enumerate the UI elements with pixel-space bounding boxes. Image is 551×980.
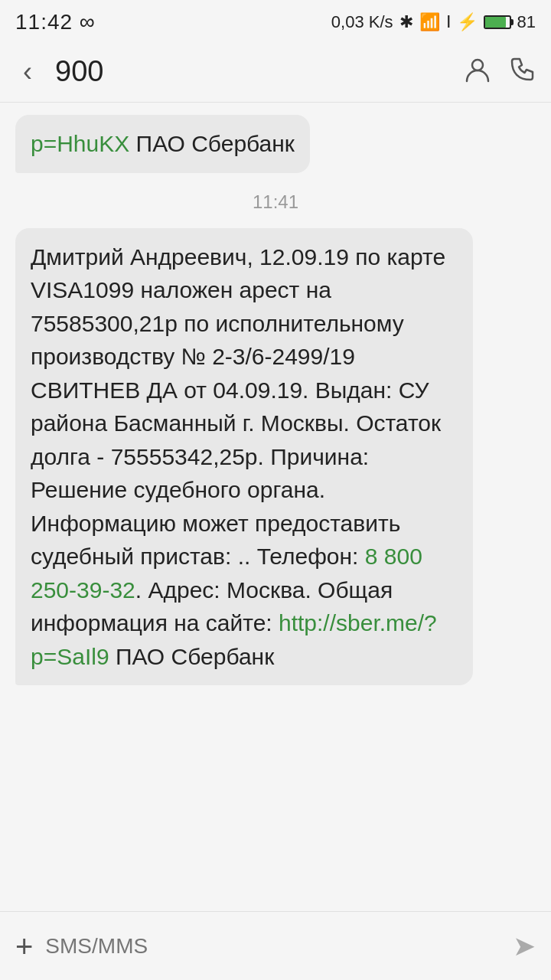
battery-icon xyxy=(484,15,511,29)
back-button[interactable]: ‹ xyxy=(15,55,40,89)
send-button[interactable]: ➤ xyxy=(513,930,536,962)
status-bar: 11:42 ∞ 0,03 K/s ✱ 📶 Ⅰ ⚡ 81 xyxy=(0,0,551,41)
message-text-1: p=HhuKX ПАО Сбербанк xyxy=(31,131,295,156)
status-infinity: ∞ xyxy=(80,10,96,34)
message-timestamp-2: 11:41 xyxy=(15,191,536,213)
battery-level: 81 xyxy=(517,12,536,32)
message-plain-1: ПАО Сбербанк xyxy=(136,131,295,156)
call-icon[interactable] xyxy=(510,56,536,88)
message-link-1[interactable]: p=HhuKX xyxy=(31,131,129,156)
bluetooth-icon: ✱ xyxy=(399,12,413,32)
status-right-icons: 0,03 K/s ✱ 📶 Ⅰ ⚡ 81 xyxy=(331,12,536,32)
signal-icon: Ⅰ xyxy=(446,12,451,32)
message-bubble-1: p=HhuKX ПАО Сбербанк xyxy=(15,115,310,173)
chat-area: p=HhuKX ПАО Сбербанк 11:41 Дмитрий Андре… xyxy=(0,103,551,911)
message-row-2: Дмитрий Андреевич, 12.09.19 по карте VIS… xyxy=(15,228,536,686)
message-row-1: p=HhuKX ПАО Сбербанк xyxy=(15,115,536,173)
app-bar-actions xyxy=(464,55,536,89)
message-text-2: Дмитрий Андреевич, 12.09.19 по карте VIS… xyxy=(31,244,445,669)
sms-input[interactable] xyxy=(45,928,500,965)
svg-point-0 xyxy=(472,60,483,70)
message-body-part1: Дмитрий Андреевич, 12.09.19 по карте VIS… xyxy=(31,244,445,570)
input-bar: + ➤ xyxy=(0,911,551,980)
chat-title: 900 xyxy=(55,55,448,88)
status-time: 11:42 xyxy=(15,10,73,34)
status-time-infinity: 11:42 ∞ xyxy=(15,10,96,34)
app-bar: ‹ 900 xyxy=(0,41,551,103)
message-bubble-2: Дмитрий Андреевич, 12.09.19 по карте VIS… xyxy=(15,228,473,686)
status-data-speed: 0,03 K/s xyxy=(331,12,393,32)
lightning-icon: ⚡ xyxy=(457,12,478,32)
message-body-part3: ПАО Сбербанк xyxy=(109,644,275,669)
contact-icon[interactable] xyxy=(464,55,491,89)
wifi-icon: 📶 xyxy=(419,12,440,32)
attach-button[interactable]: + xyxy=(15,931,33,962)
